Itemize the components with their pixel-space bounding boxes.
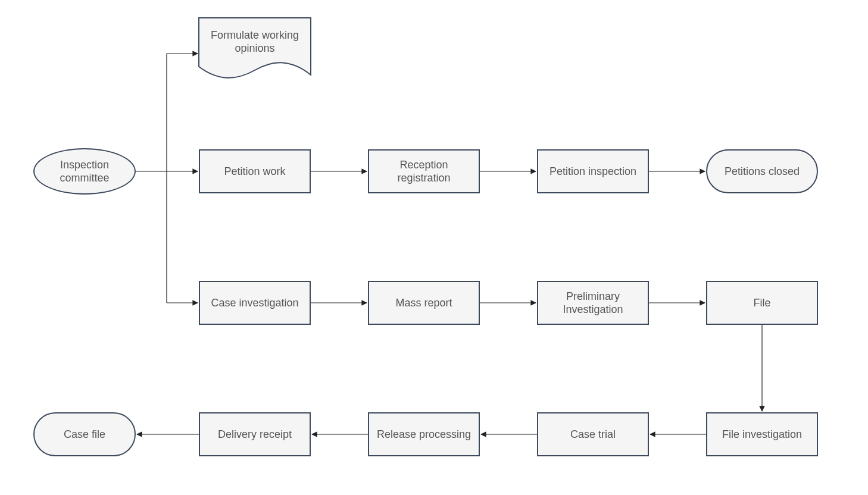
node-label: Mass report xyxy=(395,296,452,310)
node-label: Reception registration xyxy=(374,158,474,185)
node-file: File xyxy=(706,281,818,325)
node-petition-inspection: Petition inspection xyxy=(537,149,649,193)
node-label: Inspection committee xyxy=(39,158,130,185)
flowchart-canvas: Formulate working opinions Inspection co… xyxy=(0,0,868,495)
node-label: Petition inspection xyxy=(549,165,636,178)
node-inspection-committee: Inspection committee xyxy=(33,148,136,195)
node-label: Formulate working opinions xyxy=(199,29,311,55)
node-delivery-receipt: Delivery receipt xyxy=(199,412,311,456)
node-case-file: Case file xyxy=(33,412,136,456)
node-case-investigation: Case investigation xyxy=(199,281,311,325)
node-mass-report: Mass report xyxy=(368,281,480,325)
node-label: Case investigation xyxy=(211,296,298,310)
node-preliminary-investigation: Preliminary Investigation xyxy=(537,281,649,325)
node-label: Case file xyxy=(64,428,105,441)
node-label: Release processing xyxy=(377,428,471,441)
node-release-processing: Release processing xyxy=(368,412,480,456)
node-file-investigation: File investigation xyxy=(706,412,818,456)
node-label: Preliminary Investigation xyxy=(543,290,643,317)
node-label: File xyxy=(753,296,770,310)
node-case-trial: Case trial xyxy=(537,412,649,456)
node-formulate-opinions: Formulate working opinions xyxy=(199,18,311,65)
node-label: Case trial xyxy=(570,428,616,441)
node-label: Delivery receipt xyxy=(218,428,292,441)
node-label: Petitions closed xyxy=(725,165,800,178)
node-petitions-closed: Petitions closed xyxy=(706,149,818,193)
node-label: File investigation xyxy=(722,428,802,441)
node-reception-registration: Reception registration xyxy=(368,149,480,193)
node-label: Petition work xyxy=(224,165,285,178)
node-petition-work: Petition work xyxy=(199,149,311,193)
